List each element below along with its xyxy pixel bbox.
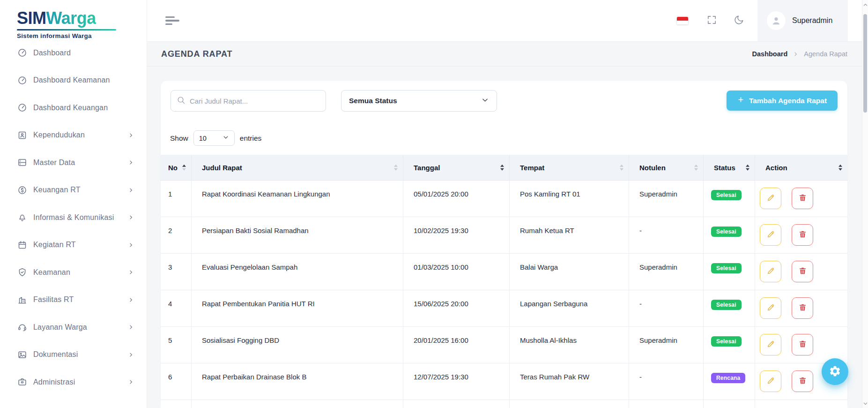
sidebar-item-dashboard-keamanan[interactable]: Dashboard Keamanan xyxy=(0,67,147,94)
headset-icon xyxy=(17,322,27,332)
cell-tempat: Pos Kamling RT 01 xyxy=(509,181,629,217)
logo-divider xyxy=(17,29,116,30)
cell-notulen: Superadmin xyxy=(629,254,703,290)
edit-button[interactable] xyxy=(760,297,781,319)
sidebar-item-dashboard[interactable]: Dashboard xyxy=(0,39,147,67)
edit-button[interactable] xyxy=(760,261,781,282)
sidebar-item-administrasi[interactable]: Administrasi xyxy=(0,369,147,396)
edit-button[interactable] xyxy=(760,188,781,209)
entries-value: 10 xyxy=(199,135,207,142)
cell-no: 3 xyxy=(161,254,191,290)
sidebar-item-master-data[interactable]: Master Data xyxy=(0,149,147,177)
cell-judul: Sosialisasi Fogging DBD xyxy=(191,327,403,363)
edit-button[interactable] xyxy=(760,224,781,246)
chevron-down-icon xyxy=(223,134,229,143)
search-input[interactable] xyxy=(190,97,320,105)
edit-button[interactable] xyxy=(760,334,781,355)
scrollbar-thumb[interactable] xyxy=(863,14,867,113)
cell-tempat: Lapangan Serbaguna xyxy=(509,290,629,327)
chevron-right-icon xyxy=(128,242,134,248)
sidebar-item-kegiatan-rt[interactable]: Kegiatan RT xyxy=(0,231,147,259)
chevron-right-icon xyxy=(128,352,134,358)
delete-button[interactable] xyxy=(792,370,813,392)
sidebar: SIMWarga Sistem informasi Warga Dashboar… xyxy=(0,0,147,408)
logo-tagline: Sistem informasi Warga xyxy=(17,32,147,39)
add-agenda-button-label: Tambah Agenda Rapat xyxy=(749,97,827,105)
chevron-right-icon xyxy=(128,297,134,303)
cell-tanggal: 12/07/2025 19:30 xyxy=(403,363,509,400)
sidebar-item-kependudukan[interactable]: Kependudukan xyxy=(0,121,147,149)
sidebar-item-label: Dokumentasi xyxy=(33,350,78,359)
sidebar-item-fasilitas-rt[interactable]: Fasilitas RT xyxy=(0,286,147,314)
sidebar-item-label: Administrasi xyxy=(33,378,75,386)
column-header-tempat[interactable]: Tempat xyxy=(509,155,629,181)
username-label: Superadmin xyxy=(792,16,832,25)
flag-white-stripe xyxy=(677,21,688,24)
pencil-icon xyxy=(766,340,775,350)
cell-action xyxy=(755,254,847,290)
app-logo[interactable]: SIMWarga Sistem informasi Warga xyxy=(0,0,147,39)
table-row: 4Rapat Pembentukan Panitia HUT RI15/06/2… xyxy=(161,290,847,327)
sidebar-item-layanan-warga[interactable]: Layanan Warga xyxy=(0,314,147,341)
sidebar-item-keuangan-rt[interactable]: Keuangan RT xyxy=(0,176,147,204)
sidebar-item-label: Kegiatan RT xyxy=(33,241,76,249)
scroll-up-arrow-icon[interactable] xyxy=(862,2,868,8)
breadcrumb: Dashboard Agenda Rapat xyxy=(752,50,847,58)
entries-select[interactable]: 10 xyxy=(193,130,235,146)
column-header-action[interactable]: Action xyxy=(755,155,847,181)
gauge-icon xyxy=(17,103,27,113)
cell-tempat: Musholla Al-Ikhlas xyxy=(509,327,629,363)
delete-button[interactable] xyxy=(792,297,813,319)
chevron-down-icon xyxy=(481,96,489,106)
column-header-notulen[interactable]: Notulen xyxy=(629,155,703,181)
user-menu[interactable]: Superadmin xyxy=(757,0,848,41)
image-icon xyxy=(17,350,27,360)
dark-mode-toggle[interactable] xyxy=(734,15,744,27)
status-filter-select[interactable]: Semua Status xyxy=(341,90,497,112)
sidebar-item-label: Keuangan RT xyxy=(33,186,81,194)
sidebar-item-label: Kependudukan xyxy=(33,131,85,139)
status-filter-value: Semua Status xyxy=(349,97,397,105)
fullscreen-button[interactable] xyxy=(706,15,717,27)
sidebar-item-dashboard-keuangan[interactable]: Dashboard Keuangan xyxy=(0,94,147,122)
agenda-rapat-card: Semua Status Tambah Agenda Rapat Show 10… xyxy=(161,81,847,408)
page-header: AGENDA RAPAT Dashboard Agenda Rapat xyxy=(147,42,868,67)
scroll-down-arrow-icon[interactable] xyxy=(862,401,868,406)
delete-button[interactable] xyxy=(792,224,813,246)
column-header-judul-rapat[interactable]: Judul Rapat xyxy=(191,155,403,181)
sidebar-toggle-button[interactable] xyxy=(163,14,182,28)
delete-button[interactable] xyxy=(792,261,813,282)
indonesia-flag-icon[interactable] xyxy=(676,16,689,25)
sort-icon xyxy=(838,165,842,171)
sidebar-item-label: Fasilitas RT xyxy=(33,295,74,304)
cell-tanggal: 20/01/2025 16:00 xyxy=(403,327,509,363)
sort-icon xyxy=(620,165,623,171)
scrollbar[interactable] xyxy=(862,0,868,408)
column-header-status[interactable]: Status xyxy=(703,155,755,181)
cell-tempat: Balai Warga xyxy=(509,254,629,290)
sidebar-item-informasi-komunikasi[interactable]: Informasi & Komunikasi xyxy=(0,204,147,232)
add-agenda-button[interactable]: Tambah Agenda Rapat xyxy=(727,91,838,111)
edit-button[interactable] xyxy=(760,370,781,392)
status-badge: Selesai xyxy=(711,336,742,347)
breadcrumb-dashboard-link[interactable]: Dashboard xyxy=(752,50,788,58)
cell-notulen: Superadmin xyxy=(629,327,703,363)
gauge-icon xyxy=(17,48,27,58)
delete-button[interactable] xyxy=(792,334,813,355)
sidebar-item-dokumentasi[interactable]: Dokumentasi xyxy=(0,341,147,369)
search-icon xyxy=(177,96,185,106)
sidebar-item-label: Dashboard Keamanan xyxy=(33,76,110,84)
cell-judul: Rapat Pembentukan Panitia HUT RI xyxy=(191,290,403,327)
chevron-right-icon xyxy=(128,379,134,385)
chevron-right-icon xyxy=(128,187,134,193)
search-box xyxy=(171,90,326,112)
table-row: 2Persiapan Bakti Sosial Ramadhan10/02/20… xyxy=(161,217,847,254)
cell-judul: Rapat Perbaikan Drainase Blok B xyxy=(191,363,403,400)
sidebar-item-keamanan[interactable]: Keamanan xyxy=(0,259,147,287)
settings-fab-button[interactable] xyxy=(822,358,848,385)
column-header-tanggal[interactable]: Tanggal xyxy=(403,155,509,181)
cell-status: Selesai xyxy=(703,217,755,254)
delete-button[interactable] xyxy=(792,188,813,209)
column-header-no[interactable]: No xyxy=(161,155,191,181)
sidebar-menu: DashboardDashboard KeamananDashboard Keu… xyxy=(0,39,147,396)
